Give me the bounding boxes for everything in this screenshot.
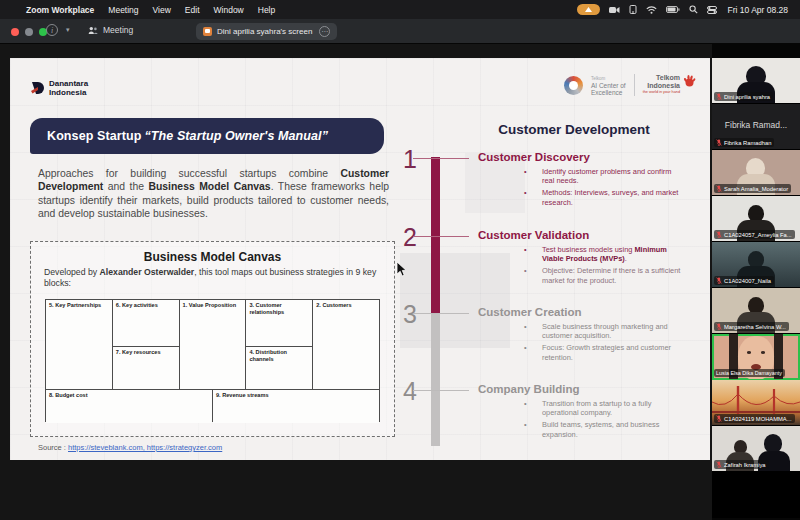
bmc-grid: 5. Key Partnerships 6. Key activities 1.… [45,299,380,422]
participant-tile-active-speaker[interactable]: Lusia Elsa Dika Damayanty [712,334,800,380]
bullet: Focus: Growth strategies and customer re… [514,343,682,362]
intro-text: Approaches for building successful start… [38,168,341,179]
bullet: Identify customer problems and confirm r… [514,167,682,186]
bullet: Objective: Determine if there is a suffi… [514,266,682,285]
slide-title-quoted: “The Startup Owner's Manual” [144,129,328,143]
source-line: Source : https://steveblank.com, https:/… [38,443,222,452]
chevron-down-icon[interactable]: ▾ [66,26,70,34]
participant-name: Sarah Amalia_Moderator [724,186,788,192]
timeline-tick [413,236,469,237]
step-number-2: 2 [396,223,424,252]
zoom-app-window: Zoom Workplace Meeting View Edit Window … [0,0,800,520]
step-number-4: 4 [396,377,424,406]
participant-display-name: Fibrika Ramad... [712,120,800,130]
bmc-cell-value-proposition: 1. Value Proposition [180,300,246,389]
wifi-icon[interactable] [646,6,657,14]
menu-zoom-workplace[interactable]: Zoom Workplace [26,5,94,15]
section-heading: Company Building [478,383,698,395]
window-minimize-button[interactable] [25,28,33,36]
customer-development-title: Customer Development [465,122,683,137]
avatar [747,351,751,354]
danantara-logo: Danantara Indonesia [30,80,88,97]
partner-logos: Telkom AI Center of Excellence Telkom In… [564,74,696,97]
participant-tile[interactable]: Margaretha Selvina W... [712,288,800,334]
section-customer-creation: Customer Creation Scale business through… [478,306,698,365]
section-heading: Customer Validation [478,229,698,241]
menu-meeting[interactable]: Meeting [108,5,138,15]
brand-line2: Indonesia [49,89,88,98]
participant-tile[interactable]: C1A024057_Ameylia Fa... [712,196,800,242]
window-close-button[interactable] [11,28,19,36]
ai-coe-line2: Excellence [591,89,626,96]
menu-window[interactable]: Window [214,5,244,15]
bmc-cell-distribution-channels: 4. Distribution channels [246,347,312,389]
timeline-tick [413,390,469,391]
timeline-tick [413,158,469,159]
source-label: Source : [38,443,68,452]
participant-tile[interactable]: Fibrika Ramad... Fibrika Ramadhan [712,104,800,150]
participant-name: C1A024119 MOHAMMA... [724,416,792,422]
intro-text: and the [103,181,148,192]
shared-screen-stage: Danantara Indonesia Telkom AI Center of … [0,44,712,520]
participant-tile[interactable]: Sarah Amalia_Moderator [712,150,800,196]
tab-options-icon[interactable]: ⋯ [319,26,330,37]
tab-meeting-label: Meeting [103,25,133,35]
avatar [761,351,765,354]
intro-bold-bmc: Business Model Canvas [148,181,270,192]
mic-muted-icon [716,93,722,100]
bmc-cell-key-resources: 7. Key resources [113,347,179,389]
bullet: Scale business through marketing and cus… [514,322,682,341]
bullet: Transition from a startup to a fully ope… [514,399,682,418]
menu-view[interactable]: View [153,5,171,15]
section-heading: Customer Discovery [478,151,698,163]
screen-record-indicator[interactable] [577,4,600,15]
participants-icon [88,26,98,35]
presentation-slide: Danantara Indonesia Telkom AI Center of … [10,58,710,460]
menubar-clock[interactable]: Fri 10 Apr 08.28 [728,5,788,15]
tab-shared-screen[interactable]: Dini aprilia syahra's screen ⋯ [196,23,337,40]
bmc-desc-text: Developed by [44,267,100,277]
participant-name: Margaretha Selvina W... [724,324,786,330]
timeline-tick [413,313,469,314]
menu-help[interactable]: Help [258,5,275,15]
section-company-building: Company Building Transition from a start… [478,383,698,442]
bmc-cell-key-activities: 6. Key activities [113,300,179,346]
mic-muted-icon [716,415,722,422]
mic-muted-icon [716,277,722,284]
bmc-desc-bold: Alexander Osterwalder [100,267,195,277]
bullet-text: . [625,254,627,263]
participant-name: Lusia Elsa Dika Damayanty [716,370,782,376]
battery-icon[interactable] [666,6,680,13]
slide-title-banner: Konsep Startup “The Startup Owner's Manu… [30,118,384,154]
video-status-icon[interactable] [609,6,620,14]
source-links[interactable]: https://steveblank.com, https://strategy… [68,443,222,452]
tab-meeting[interactable]: Meeting [88,25,133,35]
control-center-icon[interactable] [707,6,717,14]
mic-muted-icon [716,231,722,238]
menu-edit[interactable]: Edit [185,5,200,15]
participant-name: C1A024057_Ameylia Fa... [724,232,792,238]
participant-name: Fibrika Ramadhan [724,140,771,146]
mic-muted-icon [716,323,722,330]
participant-tile-empty[interactable] [712,472,800,518]
bmc-description: Developed by Alexander Osterwalder, this… [44,267,381,288]
telkom-line1: Telkom [643,74,680,82]
section-customer-validation: Customer Validation Test business models… [478,229,698,288]
spotlight-search-icon[interactable] [689,5,698,14]
display-status-icon[interactable] [629,5,637,14]
info-icon[interactable]: i [46,24,58,36]
section-heading: Customer Creation [478,306,698,318]
intro-paragraph: Approaches for building successful start… [38,167,389,221]
slide-title-plain: Konsep Startup [47,129,141,143]
participant-tile[interactable]: Zafirah Ikramiya [712,426,800,472]
shared-screen-icon [203,27,212,36]
participant-tile[interactable]: C1A024007_Naila [712,242,800,288]
bmc-title: Business Model Canvas [31,250,394,264]
bullet: Test business models using Minimum Viabl… [514,245,682,264]
bmc-cell-revenue-streams: 9. Revenue streams [213,390,379,423]
participant-tile[interactable]: C1A024119 MOHAMMA... [712,380,800,426]
telkom-tagline: the world in your hand [643,89,680,97]
mouse-cursor [396,262,407,277]
participant-tile[interactable]: Dini aprilia syahra [712,58,800,104]
bmc-cell-key-partnerships: 5. Key Partnerships [46,300,112,389]
